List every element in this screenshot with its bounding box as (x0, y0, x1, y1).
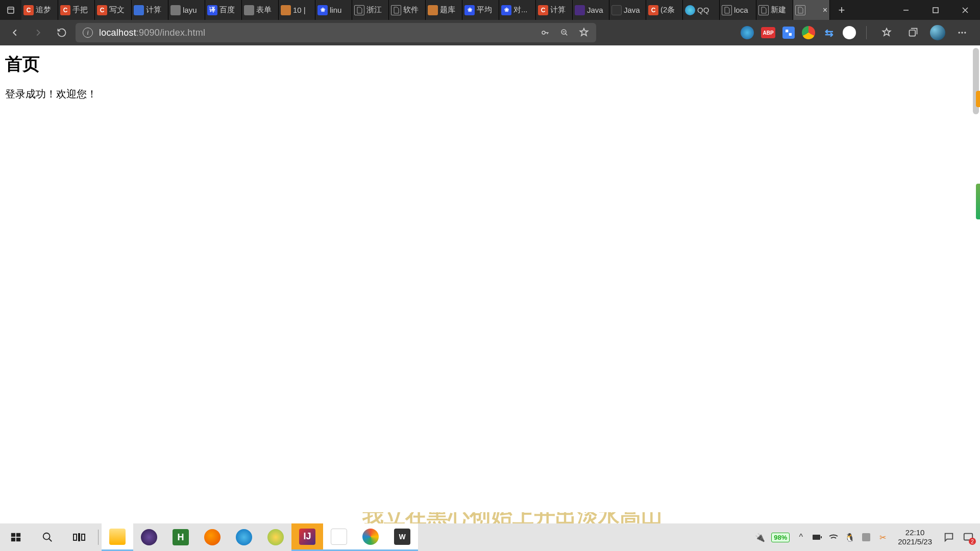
tab-8[interactable]: ❀linu (315, 0, 352, 20)
tab-2[interactable]: C写文 (95, 0, 132, 20)
tab-label: QQ (697, 6, 709, 14)
tab-label: 10 | (293, 6, 306, 14)
tab-16[interactable]: Java (609, 0, 646, 20)
tab-14[interactable]: C计算 (536, 0, 573, 20)
tab-10[interactable]: 软件 (389, 0, 426, 20)
tray-qq-icon[interactable]: 🐧 (845, 532, 855, 542)
clock-date: 2021/5/23 (898, 537, 932, 546)
minimize-button[interactable] (891, 0, 921, 20)
new-tab-button[interactable]: + (830, 0, 853, 20)
tray-app-icon[interactable] (861, 532, 871, 542)
svg-rect-1 (933, 8, 938, 13)
favicon-icon: C (23, 5, 34, 15)
tab-label: (2条 (660, 5, 675, 15)
tab-12[interactable]: ❀平均 (462, 0, 499, 20)
tab-label: linu (330, 6, 341, 14)
tab-13[interactable]: ❀对... (499, 0, 536, 20)
close-button[interactable] (950, 0, 980, 20)
tab-label: layu (183, 6, 197, 14)
svg-point-6 (961, 32, 963, 33)
tab-15[interactable]: Java (573, 0, 609, 20)
tray-snip-icon[interactable]: ✂ (877, 532, 888, 542)
reload-button[interactable] (52, 23, 71, 42)
clock-time: 22:10 (898, 528, 932, 537)
tab-label: 写文 (109, 5, 125, 15)
more-button[interactable] (952, 23, 972, 42)
favorite-icon[interactable] (579, 28, 589, 38)
svg-point-5 (959, 32, 960, 33)
maximize-button[interactable] (921, 0, 950, 20)
taskbar-intellij[interactable]: IJ (291, 523, 323, 551)
edge-widget-green[interactable] (976, 184, 980, 219)
tab-label: 平均 (477, 5, 492, 15)
notification-badge: 2 (969, 538, 976, 545)
back-button[interactable] (5, 23, 24, 42)
tab-20[interactable]: 新建 (756, 0, 793, 20)
tab-5[interactable]: 译百度 (205, 0, 242, 20)
tab-label: Java (624, 6, 640, 14)
tab-17[interactable]: C(2条 (646, 0, 683, 20)
zoom-icon[interactable] (559, 28, 570, 38)
tab-label: 百度 (219, 5, 235, 15)
tab-18[interactable]: QQ (683, 0, 720, 20)
tray-power-icon[interactable]: 🔌 (755, 532, 765, 542)
tab-7[interactable]: 10 | (279, 0, 315, 20)
taskbar-explorer[interactable] (102, 523, 133, 551)
browser-chrome: C追梦C手把C写文计算layu译百度表单10 |❀linu浙江软件题库❀平均❀对… (0, 0, 980, 45)
taskbar-app1[interactable] (323, 523, 355, 551)
favicon-icon: ❀ (464, 5, 475, 15)
favicon-icon (354, 5, 364, 15)
system-clock[interactable]: 22:10 2021/5/23 (894, 528, 936, 546)
tab-label: 对... (513, 5, 528, 15)
tab-actions-button[interactable] (0, 0, 21, 20)
favicon-icon (134, 5, 144, 15)
taskbar-music[interactable] (260, 523, 291, 551)
collections-button[interactable] (903, 23, 923, 42)
taskbar-eclipse[interactable] (133, 523, 165, 551)
battery-indicator[interactable]: 98% (771, 533, 790, 542)
search-button[interactable] (32, 523, 63, 551)
tray-battery-icon[interactable] (812, 532, 822, 542)
extension-chrome-icon[interactable] (802, 26, 815, 39)
favicon-icon: 译 (207, 5, 217, 15)
forward-button[interactable] (29, 23, 48, 42)
tray-chevron-icon[interactable]: ^ (796, 532, 806, 542)
tab-19[interactable]: loca (720, 0, 756, 20)
tab-21[interactable]: × (793, 0, 830, 20)
tab-1[interactable]: C手把 (58, 0, 95, 20)
tab-label: 计算 (550, 5, 566, 15)
extension-swirl-icon[interactable] (741, 26, 754, 39)
taskbar-wps[interactable]: W (386, 523, 418, 551)
tab-9[interactable]: 浙江 (352, 0, 389, 20)
extension-sync-icon[interactable]: ⇆ (822, 26, 836, 39)
taskbar-hbuilder[interactable]: H (165, 523, 197, 551)
profile-avatar[interactable] (930, 25, 945, 40)
task-view-button[interactable] (63, 523, 95, 551)
tab-4[interactable]: layu (168, 0, 205, 20)
tab-close-icon[interactable]: × (823, 6, 827, 15)
favorites-button[interactable] (877, 23, 896, 42)
extension-abp-icon[interactable]: ABP (761, 27, 775, 38)
favicon-icon: C (648, 5, 658, 15)
address-bar[interactable]: i localhost:9090/index.html (76, 23, 596, 42)
svg-rect-15 (813, 535, 820, 540)
extension-translate-icon[interactable] (782, 27, 795, 39)
tab-label: 软件 (403, 5, 419, 15)
start-button[interactable] (0, 523, 32, 551)
taskbar-browser2[interactable] (355, 523, 386, 551)
edge-widget-orange[interactable] (976, 91, 980, 107)
notification-button[interactable]: 2 (962, 531, 975, 544)
tray-wifi-icon[interactable] (828, 532, 839, 542)
taskbar-edge[interactable] (228, 523, 260, 551)
password-icon[interactable] (540, 28, 550, 38)
tab-0[interactable]: C追梦 (21, 0, 58, 20)
extension-round-icon[interactable] (843, 26, 856, 39)
taskbar-firefox[interactable] (197, 523, 228, 551)
tab-11[interactable]: 题库 (426, 0, 462, 20)
tray-comment-icon[interactable] (942, 531, 955, 544)
tab-label: 浙江 (366, 5, 382, 15)
tab-6[interactable]: 表单 (242, 0, 279, 20)
tab-3[interactable]: 计算 (132, 0, 168, 20)
site-info-icon[interactable]: i (83, 28, 93, 38)
favicon-icon (575, 5, 585, 15)
